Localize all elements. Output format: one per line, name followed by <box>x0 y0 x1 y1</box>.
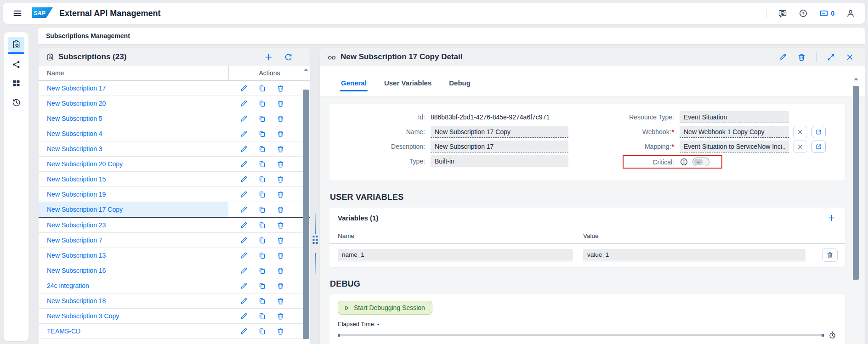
clear-mapping-button[interactable] <box>793 141 807 153</box>
copy-icon[interactable] <box>258 327 266 335</box>
open-mapping-button[interactable] <box>811 141 826 153</box>
edit-icon[interactable] <box>240 191 248 198</box>
scroll-up-arrow-icon[interactable] <box>854 78 858 80</box>
refresh-button[interactable] <box>284 53 293 62</box>
edit-icon[interactable] <box>240 267 248 275</box>
delete-icon[interactable] <box>277 130 284 138</box>
sidebar-item-history[interactable] <box>8 95 24 110</box>
expand-icon[interactable] <box>827 53 835 62</box>
delete-icon[interactable] <box>277 252 284 259</box>
subscription-link[interactable]: New Subscription 20 <box>47 100 106 107</box>
copy-icon[interactable] <box>258 221 266 229</box>
edit-icon[interactable] <box>240 252 248 259</box>
edit-icon[interactable] <box>240 282 248 290</box>
detail-scrollbar[interactable] <box>853 69 859 341</box>
account-icon[interactable] <box>846 9 855 18</box>
subscription-link[interactable]: New Subscription 5 <box>47 115 102 122</box>
edit-icon[interactable] <box>240 175 248 183</box>
subscription-link[interactable]: TEAMS-CD <box>47 327 80 335</box>
delete-icon[interactable] <box>277 145 284 153</box>
critical-toggle[interactable] <box>692 158 709 166</box>
delete-icon[interactable] <box>277 115 284 123</box>
subscription-link[interactable]: New Subscription 3 Copy <box>47 312 119 320</box>
copy-icon[interactable] <box>258 191 266 198</box>
subscription-link[interactable]: New Subscription 17 <box>47 85 106 92</box>
copy-icon[interactable] <box>258 160 266 168</box>
sidebar-item-subscriptions[interactable] <box>8 37 24 52</box>
delete-icon[interactable] <box>277 237 284 244</box>
detail-scrollbar-thumb[interactable] <box>853 86 859 280</box>
name-field[interactable] <box>431 126 568 138</box>
list-scrollbar[interactable] <box>303 68 309 343</box>
description-field[interactable] <box>431 141 568 152</box>
delete-icon[interactable] <box>277 100 284 107</box>
copy-icon[interactable] <box>258 267 266 275</box>
info-icon[interactable] <box>680 158 688 166</box>
copy-icon[interactable] <box>258 115 266 123</box>
edit-icon[interactable] <box>240 206 248 214</box>
edit-icon[interactable] <box>240 145 248 153</box>
splitter-grip-icon[interactable] <box>312 236 318 244</box>
edit-icon[interactable] <box>240 85 248 92</box>
subscription-link[interactable]: 24c integration <box>47 282 89 289</box>
notifications-icon[interactable]: 0 <box>819 9 834 18</box>
webhook-field[interactable] <box>680 126 789 138</box>
subscription-link[interactable]: New Subscription 7 <box>47 237 102 244</box>
panel-splitter[interactable] <box>310 48 320 344</box>
subscription-link[interactable]: New Subscription 17 Copy <box>47 206 123 213</box>
add-variable-button[interactable] <box>827 214 836 222</box>
delete-icon[interactable] <box>277 267 284 275</box>
edit-icon[interactable] <box>240 100 248 107</box>
edit-icon[interactable] <box>240 297 248 305</box>
delete-icon[interactable] <box>277 282 284 290</box>
copy-icon[interactable] <box>258 282 266 290</box>
copy-icon[interactable] <box>258 175 266 183</box>
subscription-link[interactable]: New Subscription 4 <box>47 130 102 137</box>
copy-icon[interactable] <box>258 100 266 107</box>
subscription-link[interactable]: New Subscription 19 <box>47 191 106 198</box>
copy-icon[interactable] <box>258 206 266 214</box>
variable-value-field[interactable] <box>583 249 806 261</box>
delete-detail-icon[interactable] <box>797 53 806 62</box>
subscription-link[interactable]: New Subscription 3 <box>47 145 102 152</box>
delete-icon[interactable] <box>277 175 284 183</box>
variable-name-field[interactable] <box>338 249 573 261</box>
close-icon[interactable] <box>845 53 854 62</box>
delete-icon[interactable] <box>277 221 284 229</box>
subscription-link[interactable]: New Subscription 15 <box>47 175 106 183</box>
subscription-link[interactable]: New Subscription 18 <box>47 297 106 305</box>
edit-icon[interactable] <box>240 327 248 335</box>
debug-progress-slider[interactable] <box>338 334 824 336</box>
tab-debug[interactable]: Debug <box>448 79 471 96</box>
delete-icon[interactable] <box>277 312 284 320</box>
clear-webhook-button[interactable] <box>793 126 807 138</box>
edit-icon[interactable] <box>240 221 248 229</box>
subscription-link[interactable]: New Subscription 13 <box>47 252 106 259</box>
delete-icon[interactable] <box>277 297 284 305</box>
help-icon[interactable] <box>799 9 808 18</box>
delete-icon[interactable] <box>277 160 284 168</box>
list-scrollbar-thumb[interactable] <box>303 90 309 339</box>
copy-icon[interactable] <box>258 85 266 92</box>
copy-icon[interactable] <box>258 312 266 320</box>
subscription-link[interactable]: New Subscription 16 <box>47 267 106 274</box>
tab-user-variables[interactable]: User Variables <box>383 79 432 96</box>
subscription-link[interactable]: New Subscription 23 <box>47 221 106 229</box>
edit-icon[interactable] <box>240 115 248 123</box>
copy-icon[interactable] <box>258 237 266 244</box>
delete-icon[interactable] <box>277 327 284 335</box>
edit-icon[interactable] <box>240 312 248 320</box>
open-webhook-button[interactable] <box>811 126 826 138</box>
resource-type-field[interactable] <box>680 111 789 123</box>
copy-icon[interactable] <box>258 130 266 138</box>
delete-icon[interactable] <box>277 85 284 92</box>
sidebar-item-tiles[interactable] <box>8 76 24 91</box>
add-subscription-button[interactable] <box>264 53 273 62</box>
tab-general[interactable]: General <box>340 79 368 96</box>
mapping-field[interactable] <box>680 141 789 152</box>
copy-icon[interactable] <box>258 297 266 305</box>
copy-icon[interactable] <box>258 145 266 153</box>
delete-icon[interactable] <box>277 191 284 198</box>
edit-icon[interactable] <box>240 237 248 244</box>
menu-icon[interactable] <box>13 9 22 18</box>
